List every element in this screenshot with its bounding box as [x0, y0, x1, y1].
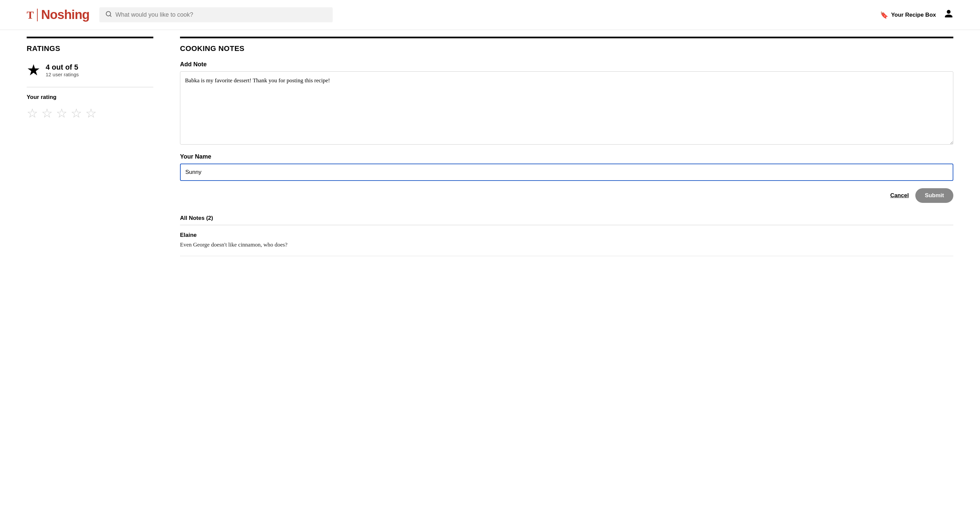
note-item: Elaine Even George doesn't like cinnamon… — [180, 232, 953, 256]
cooking-notes-panel: COOKING NOTES Add Note Your Name Cancel … — [180, 30, 953, 256]
star-1[interactable]: ☆ — [27, 106, 38, 121]
ratings-panel: RATINGS ★ 4 out of 5 12 user ratings You… — [27, 30, 153, 256]
all-notes-title: All Notes (2) — [180, 215, 213, 222]
all-notes-section: All Notes (2) Elaine Even George doesn't… — [180, 215, 953, 256]
star-3[interactable]: ☆ — [56, 106, 67, 121]
bookmark-icon: 🔖 — [880, 11, 888, 19]
form-actions: Cancel Submit — [180, 188, 953, 203]
star-filled-icon: ★ — [27, 61, 40, 79]
add-note-label: Add Note — [180, 61, 953, 68]
star-4[interactable]: ☆ — [71, 106, 82, 121]
recipe-box-button[interactable]: 🔖 Your Recipe Box — [880, 11, 936, 19]
submit-button[interactable]: Submit — [915, 188, 953, 203]
star-2[interactable]: ☆ — [41, 106, 52, 121]
ratings-top-bar — [27, 37, 153, 38]
logo-area: T Noshing — [27, 8, 89, 22]
name-input[interactable] — [180, 164, 953, 181]
site-header: T Noshing 🔖 Your Recipe Box — [0, 0, 980, 30]
your-name-label: Your Name — [180, 153, 953, 160]
main-content: RATINGS ★ 4 out of 5 12 user ratings You… — [0, 30, 980, 256]
header-right: 🔖 Your Recipe Box — [880, 9, 953, 21]
search-input[interactable] — [115, 11, 327, 18]
logo-divider — [37, 9, 38, 21]
ratings-title: RATINGS — [27, 44, 153, 53]
all-notes-header: All Notes (2) — [180, 215, 953, 225]
search-bar[interactable] — [99, 7, 332, 22]
cooking-notes-top-bar — [180, 37, 953, 38]
rating-text-group: 4 out of 5 12 user ratings — [46, 63, 79, 77]
rating-summary: ★ 4 out of 5 12 user ratings — [27, 61, 153, 79]
search-icon — [105, 11, 112, 19]
recipe-box-label: Your Recipe Box — [891, 12, 936, 18]
nyt-logo-t: T — [27, 10, 33, 20]
note-author: Elaine — [180, 232, 953, 238]
star-5[interactable]: ☆ — [85, 106, 97, 121]
noshing-logo: Noshing — [41, 8, 89, 22]
cancel-button[interactable]: Cancel — [890, 192, 909, 199]
your-rating-label: Your rating — [27, 94, 153, 101]
rating-stars-row[interactable]: ☆ ☆ ☆ ☆ ☆ — [27, 106, 153, 121]
note-text: Even George doesn't like cinnamon, who d… — [180, 240, 953, 249]
note-textarea[interactable] — [180, 71, 953, 145]
rating-score: 4 out of 5 — [46, 63, 79, 71]
cooking-notes-title: COOKING NOTES — [180, 44, 953, 53]
user-icon[interactable] — [944, 9, 953, 21]
svg-line-1 — [110, 15, 111, 17]
rating-count: 12 user ratings — [46, 71, 79, 77]
